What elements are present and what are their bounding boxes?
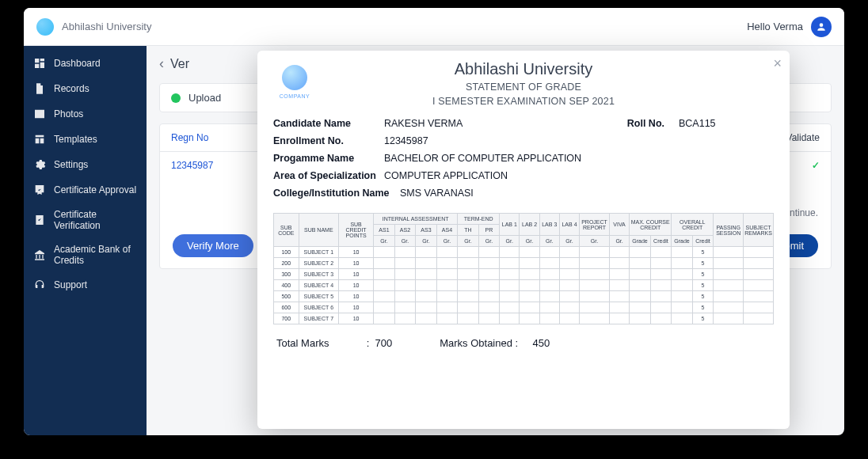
- th-term-end: TERM-END: [458, 214, 500, 225]
- total-marks-value: 700: [375, 337, 392, 349]
- grade-row: 100SUBJECT 1105: [274, 247, 774, 258]
- user-icon: [816, 21, 827, 32]
- th-grade: Grade: [630, 236, 651, 247]
- sidebar-item-cert-verification[interactable]: Certificate Verification: [24, 203, 147, 237]
- th-viva: VIVA: [609, 214, 629, 236]
- marks-obtained-value: 450: [532, 337, 550, 349]
- sidebar-item-label: Photos: [54, 108, 83, 119]
- value-candidate-name: RAKESH VERMA: [384, 118, 615, 129]
- topbar: Abhilashi University Hello Verma: [24, 8, 844, 46]
- sidebar-item-photos[interactable]: Photos: [24, 101, 147, 127]
- label-college: College/Institution Name: [273, 188, 400, 199]
- label-candidate-name: Candidate Name: [273, 118, 384, 129]
- statement-type: STATEMENT OF GRADE: [273, 82, 774, 93]
- brand-name: Abhilashi University: [62, 21, 151, 32]
- value-programme: BACHELOR OF COMPUTER APPLICATION: [384, 153, 774, 164]
- status-dot-icon: [171, 93, 181, 103]
- grade-row: 300SUBJECT 3105: [274, 269, 774, 280]
- headset-icon: [33, 279, 46, 291]
- file-icon: [33, 82, 46, 95]
- label-roll: Roll No.: [615, 118, 679, 129]
- sidebar-item-support[interactable]: Support: [24, 272, 147, 298]
- marks-obtained-label: Marks Obtained :: [440, 337, 527, 349]
- sidebar-item-records[interactable]: Records: [24, 76, 147, 101]
- th-internal: INTERNAL ASSESSMENT: [374, 214, 458, 225]
- institution-name: Abhilashi University: [273, 60, 774, 78]
- bank-icon: [33, 248, 46, 261]
- sidebar-item-settings[interactable]: Settings: [24, 152, 147, 177]
- close-icon[interactable]: ×: [773, 55, 782, 72]
- sidebar-item-label: Academic Bank of Credits: [54, 244, 137, 266]
- sidebar-item-label: Templates: [54, 134, 97, 145]
- label-programme: Progamme Name: [273, 153, 384, 164]
- cert-verify-icon: [33, 214, 46, 226]
- th-sub-name: SUB NAME: [299, 214, 338, 247]
- logo-text: COMPANY: [276, 93, 313, 99]
- kv-enroll: Enrollment No. 12345987: [273, 132, 774, 150]
- sidebar-item-label: Certificate Approval: [54, 184, 136, 195]
- brand-logo-icon: [36, 18, 54, 36]
- th-gr: Gr.: [458, 236, 479, 247]
- th-max-credit: MAX. COURSE CREDIT: [630, 214, 672, 236]
- exam-session: I SEMESTER EXAMINATION SEP 2021: [273, 96, 774, 107]
- th-remarks: SUBJECT REMARKS: [744, 214, 774, 247]
- th-gr: Gr.: [436, 236, 458, 247]
- image-icon: [33, 108, 46, 120]
- th-credit-points: SUB CREDIT POINTS: [339, 214, 374, 247]
- gear-icon: [33, 158, 46, 171]
- th-gr: Gr.: [416, 236, 437, 247]
- th-credit: Credit: [650, 236, 672, 247]
- value-enroll: 12345987: [384, 135, 774, 146]
- sidebar-item-label: Certificate Verification: [54, 209, 137, 231]
- th-overall-credit: OVERALL CREDIT: [672, 214, 714, 236]
- grade-row: 500SUBJECT 5105: [274, 291, 774, 302]
- col-regn: Regn No: [171, 132, 266, 143]
- sidebar-item-label: Settings: [54, 159, 88, 170]
- th-grade: Grade: [672, 236, 693, 247]
- sidebar-item-academic-bank[interactable]: Academic Bank of Credits: [24, 237, 147, 272]
- label-enroll: Enrollment No.: [273, 135, 384, 146]
- th-gr: Gr.: [559, 236, 579, 247]
- sidebar-item-label: Dashboard: [54, 58, 101, 69]
- th-gr: Gr.: [394, 236, 416, 247]
- template-icon: [33, 133, 46, 146]
- value-college: SMS VARANASI: [400, 188, 774, 199]
- regn-link[interactable]: 12345987: [171, 160, 266, 171]
- th-as1: AS1: [374, 225, 395, 236]
- verify-more-button[interactable]: Verify More: [173, 234, 253, 257]
- grade-row: 700SUBJECT 7105: [274, 313, 774, 324]
- sidebar-item-dashboard[interactable]: Dashboard: [24, 51, 147, 76]
- th-gr: Gr.: [609, 236, 629, 247]
- user-area[interactable]: Hello Verma: [747, 17, 832, 37]
- kv-college: College/Institution Name SMS VARANASI: [273, 184, 774, 202]
- grade-statement-modal: × COMPANY Abhilashi University STATEMENT…: [257, 51, 790, 429]
- kv-specialization: Area of Specialization COMPUTER APPLICAT…: [273, 167, 774, 184]
- th-lab1: LAB 1: [500, 214, 520, 236]
- sidebar-item-templates[interactable]: Templates: [24, 127, 147, 152]
- th-lab2: LAB 2: [520, 214, 539, 236]
- grade-row: 400SUBJECT 4105: [274, 280, 774, 291]
- th-gr: Gr.: [580, 236, 610, 247]
- th-sub-code: SUB CODE: [274, 214, 299, 247]
- avatar[interactable]: [811, 17, 832, 37]
- back-icon[interactable]: ‹: [159, 55, 164, 72]
- th-credit: Credit: [692, 236, 714, 247]
- col-validate: Validate: [786, 132, 820, 143]
- th-lab4: LAB 4: [559, 214, 579, 236]
- th-th: TH: [458, 225, 479, 236]
- institution-logo: COMPANY: [276, 65, 313, 99]
- th-gr: Gr.: [500, 236, 520, 247]
- dashboard-icon: [33, 57, 46, 70]
- grade-row: 600SUBJECT 6105: [274, 302, 774, 313]
- kv-programme: Progamme Name BACHELOR OF COMPUTER APPLI…: [273, 150, 774, 167]
- sidebar-item-cert-approval[interactable]: Certificate Approval: [24, 177, 147, 203]
- th-as3: AS3: [416, 225, 437, 236]
- kv-candidate: Candidate Name RAKESH VERMA Roll No. BCA…: [273, 115, 774, 132]
- globe-icon: [282, 65, 307, 90]
- th-gr: Gr.: [478, 236, 500, 247]
- sidebar-item-label: Support: [54, 279, 87, 290]
- sidebar-item-label: Records: [54, 83, 89, 94]
- modal-body: COMPANY Abhilashi University STATEMENT O…: [257, 51, 790, 365]
- upload-label: Upload: [188, 92, 221, 104]
- th-pr: PR: [478, 225, 500, 236]
